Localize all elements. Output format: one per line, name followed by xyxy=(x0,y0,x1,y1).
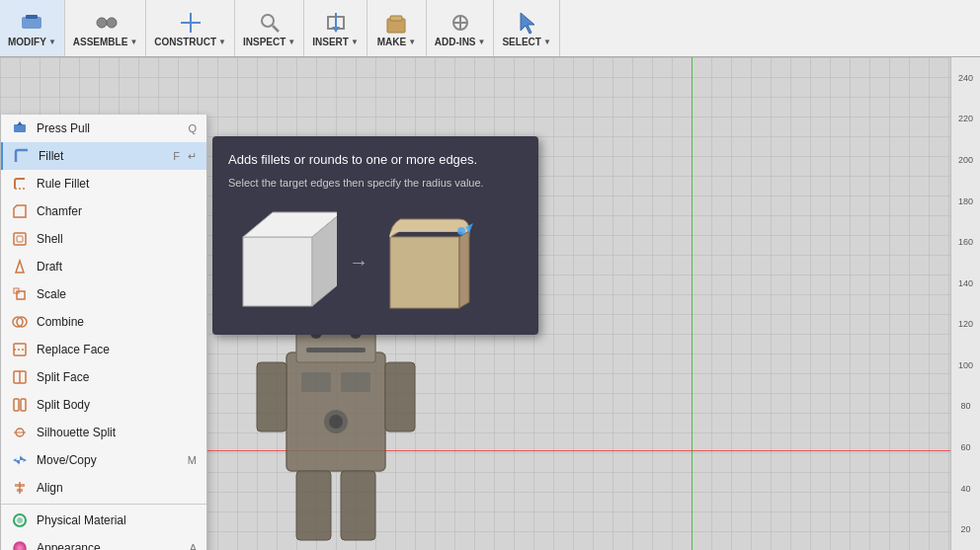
select-label: SELECT ▼ xyxy=(502,37,550,47)
toolbar-group-insert[interactable]: INSERT ▼ xyxy=(304,0,368,56)
menu-item-appearance[interactable]: Appearance A xyxy=(1,534,206,550)
press-icon xyxy=(11,119,29,137)
svg-rect-52 xyxy=(15,484,25,487)
toolbar-group-modify[interactable]: MODIFY ▼ xyxy=(0,0,65,56)
ruler-value: 240 xyxy=(958,73,973,83)
tooltip-popup: Adds fillets or rounds to one or more ed… xyxy=(212,136,538,335)
svg-rect-19 xyxy=(257,362,286,432)
shell-icon xyxy=(11,230,29,248)
menu-divider-1 xyxy=(1,504,206,505)
svg-rect-20 xyxy=(385,362,415,432)
ruler-value: 120 xyxy=(958,319,973,329)
svg-point-6 xyxy=(262,15,274,27)
workspace: 240 220 200 180 160 140 120 100 80 60 40… xyxy=(0,57,980,550)
toolbar: MODIFY ▼ ASSEMBLE ▼ CONSTRUCT ▼ xyxy=(0,0,980,57)
svg-rect-53 xyxy=(17,489,23,492)
ruler-value: 140 xyxy=(958,278,973,288)
inspect-icon xyxy=(256,9,284,37)
before-cube xyxy=(228,207,337,316)
fillet-icon xyxy=(13,147,31,165)
menu-item-split-face[interactable]: Split Face xyxy=(1,363,206,391)
toolbar-group-inspect[interactable]: INSPECT ▼ xyxy=(235,0,304,56)
menu-item-split-body[interactable]: Split Body xyxy=(1,391,206,419)
svg-rect-66 xyxy=(243,237,312,306)
toolbar-group-construct[interactable]: CONSTRUCT ▼ xyxy=(146,0,235,56)
svg-rect-22 xyxy=(341,471,375,540)
assemble-icon xyxy=(92,9,120,37)
ruler-value: 220 xyxy=(958,114,973,123)
menu-item-chamfer[interactable]: Chamfer xyxy=(1,197,206,225)
svg-point-3 xyxy=(107,18,117,28)
menu-item-combine[interactable]: Combine xyxy=(1,308,206,336)
after-cube xyxy=(380,205,499,319)
addins-icon xyxy=(447,9,474,37)
rule-fillet-icon xyxy=(11,175,29,193)
menu-item-silhouette-split[interactable]: Silhouette Split xyxy=(1,419,206,446)
svg-line-7 xyxy=(273,26,279,32)
menu-item-physical-material[interactable]: Physical Material xyxy=(1,507,206,534)
svg-marker-33 xyxy=(14,205,26,217)
svg-rect-1 xyxy=(26,15,38,19)
split-body-icon xyxy=(11,396,29,414)
ruler-value: 180 xyxy=(958,196,973,206)
ruler-value: 80 xyxy=(960,401,970,411)
chamfer-icon xyxy=(11,202,29,220)
ruler-value: 100 xyxy=(958,360,973,370)
menu-item-fillet[interactable]: Fillet F ↵ xyxy=(1,142,206,170)
svg-rect-37 xyxy=(17,291,25,299)
svg-point-29 xyxy=(329,415,343,429)
svg-rect-46 xyxy=(21,399,26,411)
toolbar-group-assemble[interactable]: ASSEMBLE ▼ xyxy=(65,0,146,56)
toolbar-group-addins[interactable]: ADD-INS ▼ xyxy=(427,0,495,56)
svg-point-56 xyxy=(14,542,26,550)
svg-rect-27 xyxy=(341,372,370,392)
svg-rect-26 xyxy=(301,372,331,392)
toolbar-group-select[interactable]: SELECT ▼ xyxy=(494,0,559,56)
svg-rect-25 xyxy=(306,348,366,353)
svg-rect-21 xyxy=(296,471,331,540)
silhouette-icon xyxy=(11,424,29,441)
dropdown-menu: Press Pull Q Fillet F ↵ Rule Fillet xyxy=(0,115,207,550)
insert-icon xyxy=(322,9,350,37)
svg-point-2 xyxy=(97,18,107,28)
svg-rect-30 xyxy=(14,124,26,132)
replace-face-icon xyxy=(11,341,29,358)
tooltip-arrow: → xyxy=(349,251,368,274)
move-icon xyxy=(11,451,29,469)
align-icon xyxy=(11,479,29,497)
menu-item-press-pull[interactable]: Press Pull Q xyxy=(1,115,206,142)
insert-label: INSERT ▼ xyxy=(312,37,359,47)
svg-rect-34 xyxy=(14,233,26,245)
svg-marker-36 xyxy=(16,261,24,273)
menu-item-shell[interactable]: Shell xyxy=(1,225,206,253)
physical-material-icon xyxy=(11,511,29,529)
toolbar-group-make[interactable]: MAKE ▼ xyxy=(368,0,427,56)
svg-rect-69 xyxy=(390,237,459,308)
split-face-icon xyxy=(11,368,29,386)
svg-marker-31 xyxy=(17,121,23,125)
modify-icon xyxy=(18,9,45,37)
menu-item-align[interactable]: Align xyxy=(1,474,206,502)
ruler-value: 40 xyxy=(960,484,970,494)
menu-item-rule-fillet[interactable]: Rule Fillet xyxy=(1,170,206,197)
menu-item-replace-face[interactable]: Replace Face xyxy=(1,336,206,363)
assemble-label: ASSEMBLE ▼ xyxy=(73,37,137,47)
tooltip-title: Adds fillets or rounds to one or more ed… xyxy=(228,152,523,167)
make-icon xyxy=(382,9,410,37)
construct-label: CONSTRUCT ▼ xyxy=(154,37,226,47)
svg-rect-12 xyxy=(390,16,402,21)
ruler-right: 240 220 200 180 160 140 120 100 80 60 40… xyxy=(950,57,980,550)
menu-item-draft[interactable]: Draft xyxy=(1,253,206,280)
combine-icon xyxy=(11,313,29,331)
tooltip-images: → xyxy=(228,205,523,319)
modify-label: MODIFY ▼ xyxy=(8,37,56,47)
ruler-value: 160 xyxy=(958,237,973,247)
svg-point-71 xyxy=(457,227,465,235)
svg-rect-45 xyxy=(14,399,19,411)
menu-item-scale[interactable]: Scale xyxy=(1,280,206,308)
menu-item-move-copy[interactable]: Move/Copy M xyxy=(1,446,206,474)
select-icon xyxy=(513,9,540,37)
inspect-label: INSPECT ▼ xyxy=(243,37,295,47)
scale-icon xyxy=(11,285,29,303)
ruler-value: 60 xyxy=(960,442,970,452)
